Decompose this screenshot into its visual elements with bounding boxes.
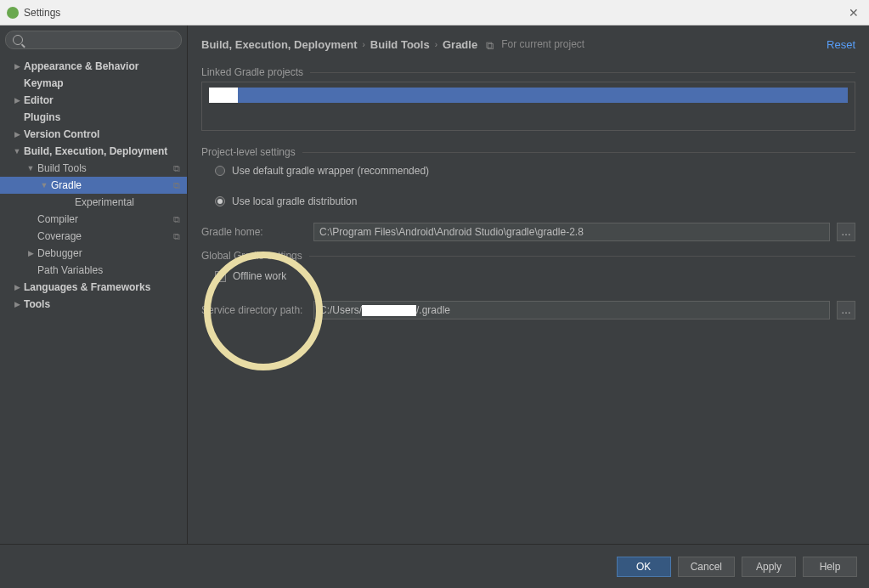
spacer — [25, 265, 36, 275]
breadcrumb-tools[interactable]: Build Tools — [370, 38, 430, 51]
checkbox-icon[interactable] — [215, 271, 226, 282]
linked-project-row[interactable] — [209, 88, 848, 103]
sidebar-item-compiler[interactable]: Compiler⧉ — [0, 211, 187, 228]
service-dir-label: Service directory path: — [201, 304, 307, 316]
radio-icon[interactable] — [215, 166, 225, 176]
breadcrumb-scope: For current project — [501, 38, 584, 50]
chevron-right-icon: › — [362, 40, 364, 49]
search-input[interactable] — [5, 31, 182, 49]
reset-link[interactable]: Reset — [827, 38, 855, 51]
content-panel: Build, Execution, Deployment › Build Too… — [188, 25, 869, 544]
sidebar-item-label: Editor — [24, 94, 183, 106]
sidebar-item-label: Languages & Frameworks — [24, 281, 183, 293]
radio-label: Use local gradle distribution — [232, 195, 357, 207]
section-linked: Linked Gradle projects — [201, 66, 855, 78]
copy-icon: ⧉ — [173, 163, 183, 173]
browse-button[interactable]: … — [837, 301, 855, 319]
chevron-right-icon: › — [435, 40, 437, 49]
sidebar-item-label: Compiler — [37, 213, 173, 225]
spacer — [25, 214, 36, 224]
sidebar-item-gradle[interactable]: ▼Gradle⧉ — [0, 177, 187, 194]
service-dir-input[interactable]: C:/Users//.gradle — [313, 301, 830, 319]
sidebar-item-keymap[interactable]: Keymap — [0, 75, 187, 92]
sidebar-item-label: Version Control — [24, 128, 183, 140]
spacer — [12, 78, 22, 88]
help-button[interactable]: Help — [803, 557, 857, 577]
gradle-home-input[interactable]: C:\Program Files\Android\Android Studio\… — [313, 223, 830, 241]
chevron-right-icon: ▶ — [12, 129, 22, 139]
sidebar-item-label: Build, Execution, Deployment — [24, 145, 183, 157]
copy-icon: ⧉ — [173, 231, 183, 241]
offline-work-checkbox[interactable]: Offline work — [201, 267, 855, 286]
sidebar-item-appearance-behavior[interactable]: ▶Appearance & Behavior — [0, 58, 187, 75]
linked-projects-list[interactable] — [201, 82, 855, 131]
sidebar-item-label: Build Tools — [37, 162, 173, 174]
ok-button[interactable]: OK — [617, 557, 671, 577]
spacer — [25, 231, 36, 241]
sidebar-item-build-execution-deployment[interactable]: ▼Build, Execution, Deployment — [0, 143, 187, 160]
app-icon — [7, 7, 19, 19]
close-icon[interactable]: ✕ — [845, 4, 862, 21]
radio-local-distribution[interactable]: Use local gradle distribution — [201, 192, 855, 211]
chevron-down-icon: ▼ — [12, 146, 22, 156]
radio-label: Use default gradle wrapper (recommended) — [232, 165, 429, 177]
redacted-user — [362, 305, 416, 316]
chevron-right-icon: ▶ — [12, 95, 22, 105]
radio-default-wrapper[interactable]: Use default gradle wrapper (recommended) — [201, 161, 855, 180]
sidebar-item-build-tools[interactable]: ▼Build Tools⧉ — [0, 160, 187, 177]
chevron-down-icon: ▼ — [25, 163, 36, 173]
copy-icon: ⧉ — [486, 39, 496, 49]
sidebar-item-label: Tools — [24, 298, 183, 310]
sidebar-item-label: Keymap — [24, 77, 183, 89]
sidebar-item-label: Path Variables — [37, 264, 183, 276]
footer: OK Cancel Apply Help — [0, 544, 869, 588]
window-title: Settings — [24, 7, 845, 19]
sidebar-item-plugins[interactable]: Plugins — [0, 109, 187, 126]
breadcrumb: Build, Execution, Deployment › Build Too… — [201, 34, 855, 54]
cancel-button[interactable]: Cancel — [678, 557, 735, 577]
browse-button[interactable]: … — [837, 223, 855, 241]
sidebar-item-languages-frameworks[interactable]: ▶Languages & Frameworks — [0, 279, 187, 296]
project-icon — [209, 88, 238, 103]
chevron-right-icon: ▶ — [12, 299, 22, 309]
copy-icon: ⧉ — [173, 214, 183, 224]
section-project: Project-level settings — [201, 146, 855, 158]
sidebar-item-label: Appearance & Behavior — [24, 60, 183, 72]
sidebar-item-label: Plugins — [24, 111, 183, 123]
breadcrumb-build[interactable]: Build, Execution, Deployment — [201, 38, 357, 51]
checkbox-label: Offline work — [233, 270, 286, 282]
spacer — [12, 112, 22, 122]
sidebar-item-label: Coverage — [37, 230, 173, 242]
sidebar-item-editor[interactable]: ▶Editor — [0, 92, 187, 109]
sidebar-item-tools[interactable]: ▶Tools — [0, 296, 187, 313]
breadcrumb-gradle[interactable]: Gradle — [443, 38, 477, 51]
apply-button[interactable]: Apply — [742, 557, 796, 577]
sidebar-item-version-control[interactable]: ▶Version Control — [0, 126, 187, 143]
chevron-right-icon: ▶ — [25, 248, 36, 258]
chevron-right-icon: ▶ — [12, 61, 22, 71]
section-global: Global Gradle settings — [201, 250, 855, 262]
search-icon — [13, 35, 23, 45]
titlebar: Settings ✕ — [0, 0, 869, 25]
sidebar: ▶Appearance & BehaviorKeymap▶EditorPlugi… — [0, 25, 188, 544]
sidebar-item-coverage[interactable]: Coverage⧉ — [0, 228, 187, 245]
sidebar-item-label: Gradle — [51, 179, 173, 191]
sidebar-item-label: Experimental — [75, 196, 183, 208]
copy-icon: ⧉ — [173, 180, 183, 190]
sidebar-item-experimental[interactable]: Experimental — [0, 194, 187, 211]
spacer — [63, 197, 73, 207]
sidebar-item-debugger[interactable]: ▶Debugger — [0, 245, 187, 262]
chevron-right-icon: ▶ — [12, 282, 22, 292]
chevron-down-icon: ▼ — [39, 180, 49, 190]
sidebar-item-path-variables[interactable]: Path Variables — [0, 262, 187, 279]
radio-icon[interactable] — [215, 196, 225, 206]
gradle-home-label: Gradle home: — [201, 226, 307, 238]
sidebar-item-label: Debugger — [37, 247, 183, 259]
